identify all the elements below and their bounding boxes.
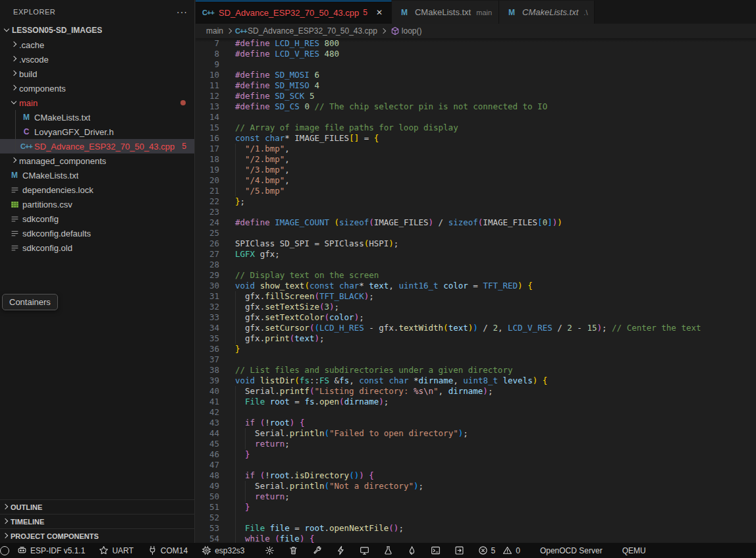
code-line[interactable]: 17 "/1.bmp", — [196, 144, 756, 154]
code-line[interactable]: 14 — [196, 112, 756, 123]
code-line[interactable]: 13#define SD_CS 0 // The chip selector p… — [196, 101, 756, 112]
code-line[interactable]: 37 — [196, 354, 756, 365]
code-line[interactable]: 45 return; — [196, 439, 756, 449]
code-line[interactable]: 36} — [196, 344, 756, 354]
breadcrumb-item[interactable]: main — [206, 26, 223, 36]
code-line[interactable]: 28 — [196, 260, 756, 270]
sidebar-section-timeline[interactable]: TIMELINE — [0, 514, 194, 528]
code-line[interactable]: 43 if (!root) { — [196, 418, 756, 428]
status-serial-port[interactable]: COM14 — [146, 543, 189, 558]
breadcrumb-item[interactable]: C++SD_Advance_ESP32_70_50_43.cpp — [235, 26, 377, 36]
tree-item[interactable]: partitions.csv — [0, 197, 194, 211]
tree-item[interactable]: MCMakeLists.txt — [0, 110, 194, 125]
code-line[interactable]: 11#define SD_MISO 4 — [196, 80, 756, 91]
tree-item[interactable]: build — [0, 67, 194, 81]
token: uint8_t — [463, 376, 498, 385]
code-line[interactable]: 16const char* IMAGE_FILES[] = { — [196, 133, 756, 144]
code-line[interactable]: 31 gfx.fillScreen(TFT_BLACK); — [196, 291, 756, 302]
code-line[interactable]: 34 gfx.setCursor((LCD_H_RES - gfx.textWi… — [196, 323, 756, 333]
code-line[interactable]: 15// Array of image file paths for loop … — [196, 123, 756, 133]
code-line[interactable]: 22}; — [196, 196, 756, 207]
code-line[interactable]: 33 gfx.setTextColor(color); — [196, 312, 756, 323]
token: ) — [359, 470, 364, 480]
status-monitor[interactable] — [358, 543, 371, 558]
code-line[interactable]: 50 return; — [196, 491, 756, 502]
code-line[interactable]: 42 — [196, 407, 756, 418]
code-line[interactable]: 29// Display text on the screen — [196, 270, 756, 281]
status-build[interactable] — [311, 543, 323, 558]
line-number: 21 — [196, 186, 219, 196]
editor-tab[interactable]: MCMakeLists.txt.\ — [499, 1, 595, 24]
code-line[interactable]: 35 gfx.print(text); — [196, 333, 756, 344]
code-line[interactable]: 10#define SD_MOSI 6 — [196, 70, 756, 80]
code-line[interactable]: 53 File file = root.openNextFile(); — [196, 523, 756, 534]
editor-tab[interactable]: MCMakeLists.txtmain — [392, 1, 499, 24]
tree-item[interactable]: sdkconfig — [0, 211, 194, 226]
more-actions-icon[interactable]: ··· — [176, 7, 188, 17]
status-uart[interactable]: UART — [97, 543, 134, 558]
code-line[interactable]: 30void show_text(const char* text, uint1… — [196, 281, 756, 291]
code-line[interactable]: 20 "/4.bmp", — [196, 175, 756, 186]
code-line[interactable]: 26SPIClass SD_SPI = SPIClass(HSPI); — [196, 238, 756, 249]
code-line[interactable]: 38// List files and subdirectories under… — [196, 365, 756, 376]
tree-root-folder[interactable]: LESSON05-SD_IMAGES — [0, 23, 194, 38]
status-debug-tool[interactable] — [382, 543, 394, 558]
status-device-target[interactable]: esp32s3 — [200, 543, 246, 558]
tree-item[interactable]: CLovyanGFX_Driver.h — [0, 125, 194, 139]
token: levels — [503, 376, 533, 385]
code-line[interactable]: 48 if (!root.isDirectory()) { — [196, 470, 756, 481]
tree-item[interactable]: .cache — [0, 38, 194, 52]
status-openocd-server[interactable]: OpenOCD Server — [539, 543, 604, 558]
sidebar-section-outline[interactable]: OUTLINE — [0, 499, 194, 514]
token: } — [235, 196, 240, 206]
tree-item[interactable]: C++SD_Advance_ESP32_70_50_43.cpp5 — [0, 139, 194, 153]
editor-tab[interactable]: C++SD_Advance_ESP32_70_50_43.cpp5✕ — [196, 1, 392, 24]
code-editor[interactable]: 7#define LCD_H_RES 8008#define LCD_V_RES… — [196, 38, 756, 544]
tree-item[interactable]: components — [0, 81, 194, 96]
code-line[interactable]: 23 — [196, 207, 756, 217]
status-problems[interactable]: 50 — [477, 543, 522, 558]
status-flash[interactable] — [335, 543, 347, 558]
code-line[interactable]: 52 — [196, 513, 756, 523]
code-line[interactable]: 8#define LCD_V_RES 480 — [196, 49, 756, 59]
status-menuconfig[interactable] — [263, 543, 276, 558]
tree-item[interactable]: dependencies.lock — [0, 182, 194, 197]
code-line[interactable]: 47 — [196, 460, 756, 470]
code-line[interactable]: 46 } — [196, 449, 756, 460]
code-line[interactable]: 18 "/2.bmp", — [196, 154, 756, 165]
sidebar-section-project-components[interactable]: PROJECT COMPONENTS — [0, 528, 194, 543]
code-line[interactable]: 24#define IMAGE_COUNT (sizeof(IMAGE_FILE… — [196, 217, 756, 228]
tree-item[interactable]: managed_components — [0, 153, 194, 168]
line-number: 28 — [196, 260, 219, 270]
code-line[interactable]: 27LGFX gfx; — [196, 249, 756, 260]
code-line[interactable]: 41 File root = fs.open(dirname); — [196, 397, 756, 407]
code-line[interactable]: 9 — [196, 59, 756, 70]
status-full-clean[interactable] — [287, 543, 300, 558]
status-build-flash-monitor[interactable] — [406, 543, 418, 558]
code-line[interactable]: 25 — [196, 228, 756, 238]
containers-tooltip[interactable]: Containers — [2, 294, 58, 310]
tree-item[interactable]: sdkconfig.old — [0, 240, 194, 255]
code-line[interactable]: 7#define LCD_H_RES 800 — [196, 38, 756, 49]
code-line[interactable]: 44 Serial.println("Failed to open direct… — [196, 428, 756, 439]
code-line[interactable]: 51 } — [196, 502, 756, 513]
close-icon[interactable]: ✕ — [374, 7, 385, 18]
tree-item[interactable]: .vscode — [0, 52, 194, 67]
status-terminal[interactable] — [429, 543, 442, 558]
tree-item[interactable]: MCMakeLists.txt — [0, 168, 194, 182]
code-line[interactable]: 12#define SD_SCK 5 — [196, 91, 756, 101]
breadcrumb-item[interactable]: loop() — [389, 26, 422, 36]
status-espidf-version[interactable]: ESP-IDF v5.1.1 — [16, 543, 86, 558]
tree-item[interactable]: main — [0, 96, 194, 110]
code-line[interactable]: 40 Serial.printf("Listing directory: %s\… — [196, 386, 756, 397]
code-text: gfx.setTextSize(3); — [235, 302, 339, 312]
code-line[interactable]: 19 "/3.bmp", — [196, 165, 756, 175]
status-open-idf-terminal[interactable] — [453, 543, 466, 558]
code-line[interactable]: 39void listDir(fs::FS &fs, const char *d… — [196, 376, 756, 386]
token: isDirectory — [294, 470, 349, 480]
tree-item[interactable]: sdkconfig.defaults — [0, 226, 194, 240]
code-line[interactable]: 32 gfx.setTextSize(3); — [196, 302, 756, 312]
code-line[interactable]: 49 Serial.println("Not a directory"); — [196, 481, 756, 491]
code-line[interactable]: 21 "/5.bmp" — [196, 186, 756, 196]
status-qemu[interactable]: QEMU — [621, 543, 647, 558]
